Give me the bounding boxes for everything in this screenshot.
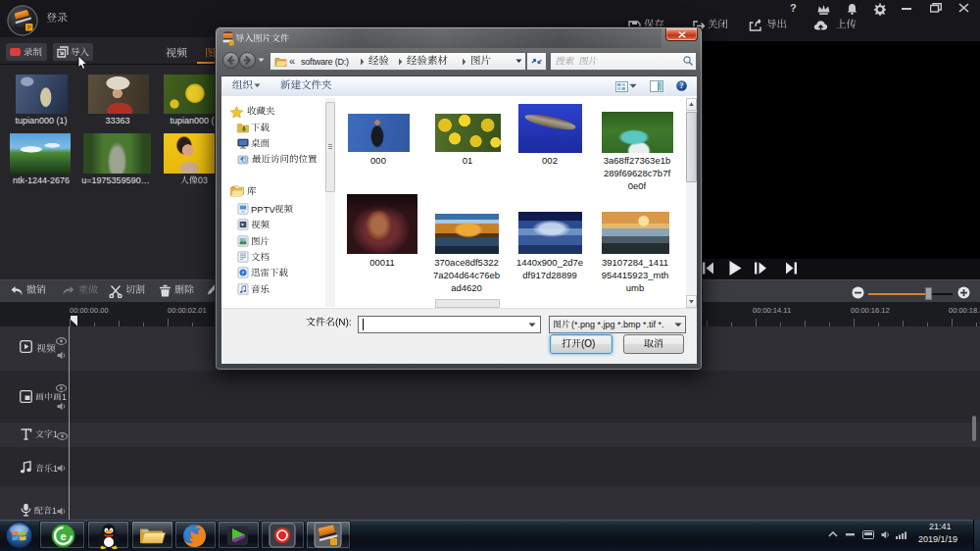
svg-text:e: e xyxy=(60,530,66,542)
svg-text:P: P xyxy=(27,25,31,30)
svg-text:?: ? xyxy=(680,81,684,90)
